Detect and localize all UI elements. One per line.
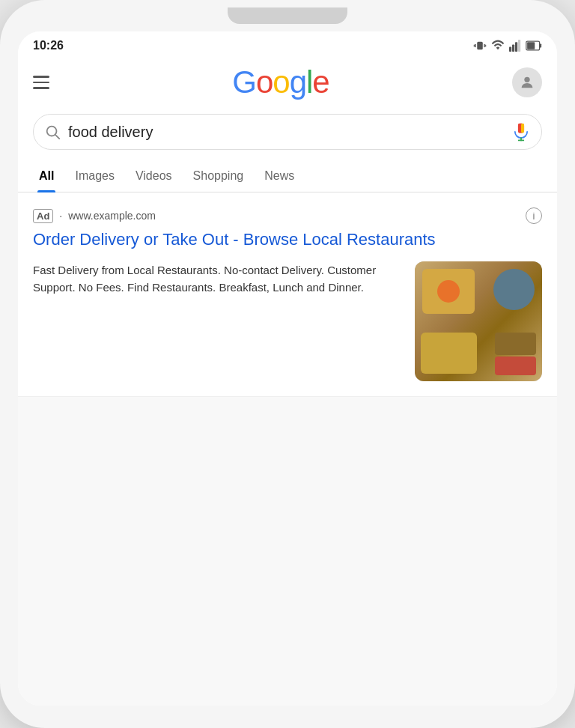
- phone-frame: 10:26: [0, 0, 575, 728]
- food-item-3: [421, 333, 477, 374]
- svg-rect-10: [527, 42, 535, 49]
- tab-shopping[interactable]: Shopping: [183, 160, 255, 192]
- menu-icon[interactable]: [33, 76, 49, 89]
- ad-image: [415, 261, 542, 381]
- results-area: Ad · www.example.com i Order Delivery or…: [18, 192, 557, 706]
- svg-rect-17: [518, 124, 521, 133]
- food-item-1: [422, 269, 475, 314]
- google-header: Google: [18, 57, 557, 108]
- status-bar: 10:26: [18, 31, 557, 57]
- ad-label-row: Ad · www.example.com i: [33, 207, 542, 224]
- svg-rect-7: [515, 42, 517, 52]
- logo-g2: g: [290, 64, 306, 100]
- svg-rect-3: [474, 45, 475, 47]
- ad-url: www.example.com: [68, 210, 156, 222]
- ad-meta: Ad · www.example.com: [33, 209, 156, 223]
- svg-rect-8: [518, 40, 520, 52]
- person-icon: [519, 74, 535, 91]
- ad-description: Fast Delivery from Local Restaurants. No…: [33, 261, 403, 297]
- food-item-5: [495, 357, 536, 375]
- svg-rect-0: [477, 42, 483, 50]
- food-item-2: [493, 269, 535, 310]
- search-icon: [44, 124, 61, 140]
- ad-separator: ·: [59, 210, 62, 222]
- status-time: 10:26: [33, 39, 64, 52]
- ad-content-row: Fast Delivery from Local Restaurants. No…: [33, 261, 542, 381]
- food-circle: [437, 280, 460, 303]
- search-query: food delivery: [68, 124, 504, 141]
- google-logo: Google: [232, 64, 329, 100]
- svg-point-12: [524, 77, 529, 82]
- svg-rect-2: [484, 44, 485, 48]
- tabs-row: All Images Videos Shopping News: [18, 160, 557, 192]
- tab-videos[interactable]: Videos: [125, 160, 183, 192]
- status-icons: [473, 39, 542, 52]
- battery-icon: [526, 39, 542, 52]
- user-avatar[interactable]: [512, 67, 542, 97]
- signal-icon: [509, 39, 521, 52]
- info-icon[interactable]: i: [526, 207, 542, 224]
- search-bar-container: food delivery: [18, 108, 557, 160]
- logo-o1: o: [256, 64, 273, 100]
- microphone-icon[interactable]: [511, 122, 531, 142]
- svg-line-14: [55, 135, 59, 139]
- food-image-bg: [415, 261, 542, 381]
- search-bar[interactable]: food delivery: [33, 114, 542, 150]
- tab-images[interactable]: Images: [64, 160, 124, 192]
- tab-news[interactable]: News: [254, 160, 305, 192]
- logo-o2: o: [273, 64, 289, 100]
- logo-g: G: [232, 64, 256, 100]
- svg-rect-6: [512, 44, 514, 52]
- svg-rect-4: [485, 45, 486, 47]
- svg-rect-11: [540, 43, 542, 47]
- wifi-icon: [491, 39, 505, 52]
- phone-notch: [228, 7, 347, 24]
- food-item-4: [495, 333, 536, 355]
- ad-card: Ad · www.example.com i Order Delivery or…: [18, 192, 557, 397]
- vibrate-icon: [473, 39, 487, 52]
- svg-rect-5: [509, 47, 511, 52]
- ad-badge: Ad: [33, 209, 53, 223]
- phone-screen: 10:26: [18, 31, 557, 706]
- tab-all[interactable]: All: [28, 160, 64, 192]
- logo-e: e: [312, 64, 329, 100]
- svg-rect-18: [521, 124, 524, 133]
- svg-rect-1: [475, 44, 476, 48]
- ad-title[interactable]: Order Delivery or Take Out - Browse Loca…: [33, 228, 542, 251]
